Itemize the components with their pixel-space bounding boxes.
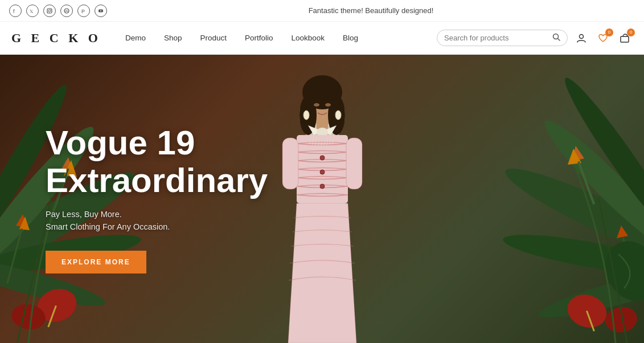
- svg-rect-2: [47, 9, 52, 13]
- explore-more-button[interactable]: EXPLORE MORE: [46, 251, 146, 273]
- nav-link-product[interactable]: Product: [192, 29, 235, 47]
- pinterest-icon[interactable]: P: [77, 5, 90, 17]
- svg-rect-56: [346, 138, 362, 189]
- top-bar: f 𝕏 P Fantast: [0, 0, 644, 22]
- site-logo[interactable]: G E C K O: [11, 31, 101, 46]
- search-input[interactable]: [444, 34, 552, 42]
- svg-marker-52: [288, 203, 356, 343]
- svg-point-58: [303, 111, 309, 120]
- svg-text:𝕏: 𝕏: [30, 9, 34, 14]
- svg-point-5: [64, 9, 69, 13]
- svg-rect-12: [621, 36, 629, 42]
- dribbble-icon[interactable]: [60, 5, 73, 17]
- nav-link-lookbook[interactable]: Lookbook: [284, 29, 333, 47]
- svg-line-10: [558, 39, 560, 41]
- search-button[interactable]: [552, 33, 560, 43]
- navbar: G E C K O Demo Shop Product Portfolio Lo…: [0, 22, 644, 55]
- svg-point-61: [325, 103, 331, 107]
- instagram-icon[interactable]: [43, 5, 56, 17]
- svg-text:f: f: [13, 9, 15, 14]
- social-icons: f 𝕏 P: [9, 5, 107, 17]
- account-icon[interactable]: [573, 30, 589, 46]
- svg-point-3: [48, 10, 51, 12]
- nav-link-portfolio[interactable]: Portfolio: [237, 29, 281, 47]
- facebook-icon[interactable]: f: [9, 5, 22, 17]
- hero-content: Vogue 19 Extraordinary Pay Less, Buy Mor…: [46, 124, 268, 273]
- hero-subtitle-1: Pay Less, Buy More.: [46, 210, 268, 219]
- nav-link-demo[interactable]: Demo: [117, 29, 154, 47]
- svg-text:P: P: [81, 9, 85, 14]
- nav-links: Demo Shop Product Portfolio Lookbook Blo…: [117, 29, 437, 47]
- nav-link-shop[interactable]: Shop: [156, 29, 190, 47]
- svg-point-72: [320, 170, 325, 174]
- nav-link-blog[interactable]: Blog: [335, 29, 366, 47]
- youtube-icon[interactable]: [95, 5, 107, 17]
- svg-point-73: [320, 184, 325, 189]
- hero-subtitle-2: Smart Clothing For Any Occasion.: [46, 222, 268, 231]
- twitter-icon[interactable]: 𝕏: [26, 5, 39, 17]
- svg-rect-54: [282, 138, 298, 189]
- top-bar-message: Fantastic theme! Beautifully designed!: [107, 6, 635, 15]
- svg-point-71: [320, 156, 325, 160]
- cart-icon[interactable]: 0: [617, 30, 633, 46]
- nav-right: 0 0: [437, 30, 633, 46]
- wishlist-badge: 0: [605, 28, 613, 36]
- svg-point-11: [580, 34, 584, 38]
- search-bar[interactable]: [437, 30, 568, 46]
- cart-badge: 0: [627, 28, 635, 36]
- wishlist-icon[interactable]: 0: [595, 30, 611, 46]
- hero-section: Vogue 19 Extraordinary Pay Less, Buy Mor…: [0, 55, 644, 343]
- svg-point-4: [51, 9, 51, 10]
- hero-title: Vogue 19 Extraordinary: [46, 124, 268, 199]
- svg-point-60: [314, 103, 319, 107]
- svg-point-59: [335, 111, 341, 120]
